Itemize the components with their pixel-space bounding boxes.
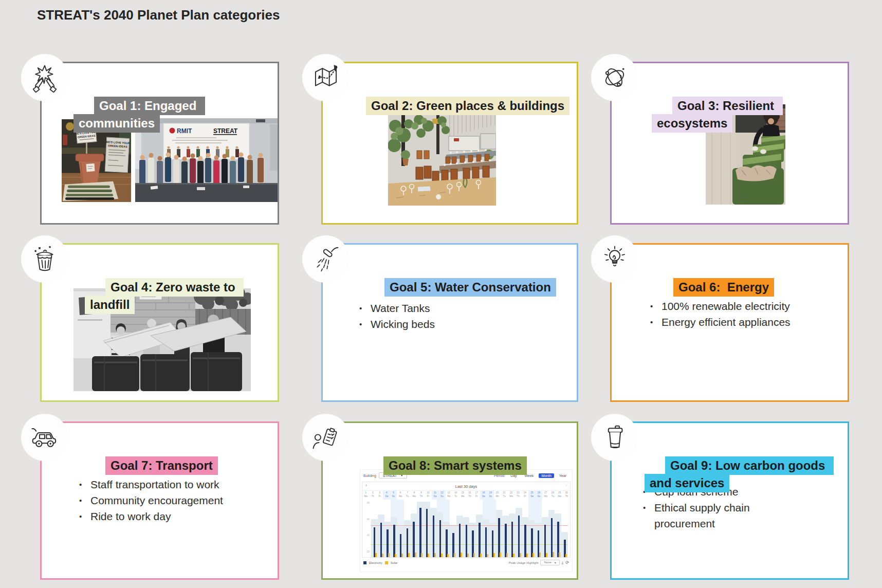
clipboard-person-icon xyxy=(311,422,341,452)
dash-date-cell: 13Mo xyxy=(446,491,452,500)
dash-bar-column xyxy=(371,500,378,557)
dash-bar-column xyxy=(384,500,391,557)
dash-bar-column xyxy=(443,500,450,557)
goal-5-badge xyxy=(302,235,350,283)
goal-card-4: Goal 4: Zero waste to landfill xyxy=(40,243,279,402)
dash-date-cell: 9Th xyxy=(418,491,425,500)
dash-date-cell: 28Tu xyxy=(549,491,556,500)
globe-network-icon xyxy=(600,63,630,93)
dash-bar-column xyxy=(542,500,548,557)
dash-date-cell: 7Tu xyxy=(404,491,411,500)
map-icon xyxy=(311,63,341,93)
dash-bar-column xyxy=(502,500,509,557)
coffee-cup-icon xyxy=(600,422,630,452)
dash-bar-column xyxy=(450,500,456,557)
period-tab-month: Month xyxy=(539,473,554,478)
electricity-legend-label: Electricity xyxy=(369,561,382,564)
goal-card-7: Goal 7: Transport Staff transportation t… xyxy=(40,421,279,580)
goal-6-badge xyxy=(591,235,638,283)
dash-chart-cols xyxy=(371,500,568,557)
dash-date-cell: 18Sa xyxy=(480,491,487,500)
trash-can-icon xyxy=(30,244,60,274)
solar-legend-label: Solar xyxy=(391,561,398,564)
dash-bar-column xyxy=(555,500,561,557)
goal-6-heading: Goal 6: Energy xyxy=(653,261,774,314)
dash-date-cell: 3Fr xyxy=(376,491,383,500)
dash-bar-column xyxy=(476,500,483,557)
goal-7-bullet: Community encouragement xyxy=(77,492,272,508)
dash-date-cell: 12Su xyxy=(438,491,445,500)
dash-date-cell: 22We xyxy=(508,491,514,500)
electricity-legend-swatch xyxy=(363,561,366,564)
goal-2-badge xyxy=(302,54,350,101)
planet-plan-slide: STREAT's 2040 Planet Plan categories Goa… xyxy=(0,0,882,588)
goal-5-bullet: Wicking beds xyxy=(357,316,552,332)
goal-9-heading: Goal 9: Low carbon goods and services xyxy=(645,439,846,509)
goal-1-badge xyxy=(21,54,68,101)
dash-date-cell: 25Sa xyxy=(528,491,535,500)
dash-date-cell: 26Su xyxy=(536,491,542,500)
goal-8-badge xyxy=(302,414,350,461)
peak-usage-label: Peak Usage Highlight xyxy=(509,561,539,564)
dash-date-cell: 20Mo xyxy=(494,491,501,500)
dash-date-cell: 24Fr xyxy=(522,491,528,500)
dash-bar-column xyxy=(509,500,516,557)
dash-bar-column xyxy=(522,500,529,557)
goal-7-heading: Goal 7: Transport xyxy=(85,439,218,492)
dash-bar-column xyxy=(378,500,384,557)
dash-bar-column xyxy=(456,500,463,557)
dash-chart: 80 60 40 20 xyxy=(371,500,568,557)
dash-bar-column xyxy=(535,500,542,557)
dash-date-cell: 8We xyxy=(411,491,417,500)
shower-icon xyxy=(311,244,341,274)
chevron-down-icon: ▾ xyxy=(555,561,556,564)
dash-date-cell: 11Sa xyxy=(432,491,438,500)
dash-bar-column xyxy=(397,500,404,557)
goal-1-heading: Goal 1: Engaged communities xyxy=(74,80,278,150)
dash-date-cell: 5Su xyxy=(390,491,397,500)
dash-bar-column xyxy=(548,500,555,557)
dash-date-cell: 2Th xyxy=(369,491,376,500)
dash-date-cell: 4Sa xyxy=(383,491,390,500)
dash-bar-column xyxy=(561,500,568,557)
goal-2-heading: Goal 2: Green places & buildings xyxy=(345,80,569,132)
goal-8-heading: Goal 8: Smart systems xyxy=(363,439,527,492)
dash-bar-column xyxy=(496,500,503,557)
car-icon xyxy=(30,422,60,452)
goal-card-2: Goal 2: Green places & buildings xyxy=(321,62,578,225)
solar-legend-swatch xyxy=(385,561,388,564)
dash-bar-column xyxy=(404,500,411,557)
goal-card-1: Goal 1: Engaged communities WE'D LOVE YO… xyxy=(40,62,279,225)
dash-date-cell: 27Mo xyxy=(542,491,549,500)
dash-date-cell: 14Tu xyxy=(452,491,459,500)
download-icon: ⤓ xyxy=(562,560,564,565)
dash-bar-column xyxy=(424,500,430,557)
dash-bar-column xyxy=(437,500,444,557)
dash-date-cell: 29We xyxy=(556,491,563,500)
dash-bar-column xyxy=(489,500,496,557)
peak-usage-select: None ▾ xyxy=(540,560,559,565)
dash-bar-column xyxy=(516,500,522,557)
dash-date-cell: 30Th xyxy=(563,491,570,500)
next-arrow-icon: › xyxy=(565,483,567,488)
goal-4-badge xyxy=(21,235,68,283)
dash-bar-column xyxy=(430,500,437,557)
goal-9-badge xyxy=(591,414,638,461)
goal-6-bullet: Energy efficient appliances xyxy=(648,314,843,330)
period-tab-year: Year xyxy=(557,473,569,478)
dash-bar-column xyxy=(463,500,470,557)
goal-card-8: Goal 8: Smart systems Building STREAT ▾ … xyxy=(321,421,578,580)
dash-bar-column xyxy=(528,500,535,557)
dash-date-cell: 19Su xyxy=(487,491,493,500)
dash-bar-column xyxy=(391,500,397,557)
goal-card-3: Goal 3: Resilient ecosystems xyxy=(610,62,849,225)
alert-line xyxy=(371,525,568,526)
goal-card-5: Goal 5: Water Conservation Water Tanks W… xyxy=(321,243,578,402)
dash-y-axis: 80 60 40 20 xyxy=(363,502,370,553)
goal-3-badge xyxy=(591,54,638,101)
dash-date-cell: 6Mo xyxy=(397,491,403,500)
dash-bar-column xyxy=(417,500,424,557)
dash-bar-column xyxy=(411,500,417,557)
clapping-hands-icon xyxy=(30,63,60,93)
goal-4-heading: Goal 4: Zero waste to landfill xyxy=(85,261,278,331)
